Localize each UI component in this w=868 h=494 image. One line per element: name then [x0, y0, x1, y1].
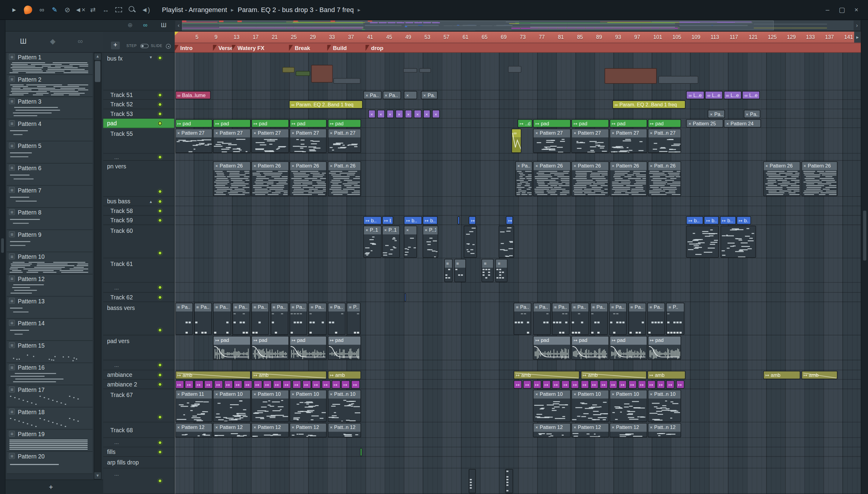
- track-name-track-61[interactable]: Track 61: [103, 259, 174, 283]
- pattern-item-pattern-5[interactable]: ≡Pattern 5: [7, 141, 93, 164]
- clip-b[interactable]: ↦b..: [704, 216, 719, 224]
- clip-pa[interactable]: ≡Pa..: [289, 302, 307, 335]
- clip-pa[interactable]: ×Pa..: [383, 91, 401, 99]
- track-name-track-67[interactable]: Track 67: [103, 389, 174, 422]
- track-name-fills[interactable]: fills: [103, 447, 174, 457]
- clip-pattern-26[interactable]: ×Pattern 26: [801, 161, 837, 196]
- timeline-ruler[interactable]: ▸ 59131721252933374145495357616569737781…: [175, 32, 861, 43]
- clip[interactable]: ↦: [666, 380, 675, 388]
- clip[interactable]: [464, 225, 477, 258]
- clip-pad[interactable]: ↦pad: [609, 336, 647, 359]
- clip-pa[interactable]: ≡Pa..: [175, 302, 193, 335]
- clip[interactable]: ↦: [224, 380, 233, 388]
- lane-ambiance[interactable]: ↦amb↦amb↦amb↦amb↦amb↦amb↦amb↦amb: [175, 370, 861, 380]
- clip-p-1[interactable]: ×P..1: [382, 225, 400, 258]
- marker-intro[interactable]: Intro: [175, 44, 192, 52]
- clip[interactable]: ↦: [234, 380, 242, 388]
- lane-track-51[interactable]: ∞Bala..lume×Pa..×Pa..××Pa..∞L..e∞L..e∞L.…: [175, 90, 861, 100]
- clip-param-eq-2-band-1-freq[interactable]: ∞Param. EQ 2..Band 1 freq: [289, 100, 363, 109]
- clip-pattern-26[interactable]: ×Pattern 26: [289, 161, 327, 196]
- diamond-icon[interactable]: ◆: [50, 37, 55, 45]
- clip[interactable]: ↦: [657, 380, 665, 388]
- clip[interactable]: ↦: [175, 380, 184, 388]
- clip-pattern-27[interactable]: ×Pattern 27: [251, 128, 289, 153]
- clip[interactable]: ↦: [609, 380, 617, 388]
- clip-pattern-26[interactable]: ×Pattern 26: [763, 161, 800, 196]
- pattern-item-pattern-1[interactable]: ≡Pattern 1: [7, 53, 93, 75]
- clip-pa[interactable]: ≡Pa..: [309, 302, 327, 335]
- clip-pa[interactable]: ≡Pa..: [647, 302, 665, 335]
- marker-verse[interactable]: Verse: [213, 44, 233, 52]
- clip-b[interactable]: ↦b..: [686, 216, 703, 224]
- clip[interactable]: [404, 293, 406, 302]
- clip-b[interactable]: ↦b..: [364, 216, 381, 224]
- clip-pad[interactable]: ↦pad: [328, 119, 361, 128]
- clip-pad[interactable]: ↦pad: [213, 336, 251, 359]
- clip-l-e[interactable]: ∞L..e: [686, 91, 704, 99]
- clip[interactable]: [658, 76, 698, 84]
- track-name-track-68[interactable]: Track 68: [103, 422, 174, 438]
- clip-pad[interactable]: ↦pad: [648, 336, 681, 359]
- lane-spacer[interactable]: [175, 360, 861, 370]
- clip-pattern-27[interactable]: ×Pattern 27: [175, 128, 213, 153]
- track-mute-led[interactable]: [158, 382, 162, 386]
- marker-drop[interactable]: drop: [366, 44, 383, 52]
- clip[interactable]: ×: [386, 109, 394, 118]
- track-name-basss-vers[interactable]: basss vers: [103, 302, 174, 335]
- group-collapse-icon[interactable]: ▴: [150, 199, 152, 204]
- clip-pa[interactable]: ×Pa..: [743, 109, 760, 118]
- clip[interactable]: ↦: [292, 380, 301, 388]
- clip-patt-n-26[interactable]: ×Patt..n 26: [328, 161, 361, 196]
- track-mute-led[interactable]: [158, 155, 162, 159]
- clip[interactable]: ↦: [571, 380, 579, 388]
- clip-b[interactable]: ↦b..: [404, 216, 422, 224]
- clip[interactable]: ×: [396, 109, 403, 118]
- draw-tool-icon[interactable]: ✎: [48, 6, 61, 14]
- clip[interactable]: [360, 448, 362, 456]
- lane-spacer[interactable]: [175, 438, 861, 447]
- scroll-down-icon[interactable]: ▼: [94, 472, 101, 479]
- pattern-item-pattern-10[interactable]: ≡Pattern 10: [7, 252, 93, 274]
- clip[interactable]: ↦: [351, 380, 360, 388]
- clip-pa[interactable]: ×Pa..: [708, 109, 724, 118]
- clip[interactable]: ↦: [204, 380, 213, 388]
- lane-track-53[interactable]: ×××××××××Pa..×Pa..: [175, 109, 861, 119]
- track-name-track-59[interactable]: Track 59: [103, 216, 174, 225]
- clip-pad[interactable]: ↦pad: [251, 336, 289, 359]
- clip[interactable]: ↦: [628, 380, 636, 388]
- pattern-grid-icon[interactable]: Ш: [20, 37, 26, 45]
- detect-icon[interactable]: ⊕: [128, 22, 133, 29]
- clip-bala-lume[interactable]: ∞Bala..lume: [175, 91, 211, 99]
- left-edge-handle[interactable]: [1, 238, 4, 253]
- clip-pattern-11[interactable]: ×Pattern 11: [175, 390, 213, 422]
- track-name-track-60[interactable]: Track 60: [103, 225, 174, 258]
- clip-b[interactable]: ↦b..: [736, 216, 751, 224]
- clip[interactable]: ↦: [638, 380, 646, 388]
- track-spacer-row[interactable]: ...: [103, 469, 174, 494]
- pattern-item-pattern-17[interactable]: ≡Pattern 17: [7, 385, 93, 407]
- close-button[interactable]: ×: [850, 6, 862, 14]
- clip-pad[interactable]: ↦pad: [533, 119, 571, 128]
- clip-pa[interactable]: ≡Pa..: [251, 302, 269, 335]
- clip-pattern-27[interactable]: ×Pattern 27: [213, 128, 251, 153]
- clip[interactable]: [404, 68, 417, 73]
- clip[interactable]: ↦: [599, 380, 608, 388]
- clip[interactable]: ≡: [496, 259, 507, 282]
- clip[interactable]: ≡: [444, 259, 453, 282]
- clip-pattern-26[interactable]: ×Pattern 26: [571, 161, 609, 196]
- clip-patt-n-27[interactable]: ×Patt..n 27: [648, 128, 681, 153]
- clip-p-1[interactable]: ×P..1: [364, 225, 381, 258]
- clip-pa[interactable]: ≡Pa..: [628, 302, 646, 335]
- clip[interactable]: [458, 216, 460, 224]
- clip-amb[interactable]: ↦amb: [514, 370, 579, 379]
- track-mute-led[interactable]: [158, 189, 162, 193]
- clip[interactable]: ↦: [542, 380, 551, 388]
- clip-pattern-27[interactable]: ×Pattern 27: [609, 128, 647, 153]
- lane-track-59[interactable]: ↦b..↦b..↦b..↦b..↦↦↦b..↦b..↦b..↦b..: [175, 216, 861, 225]
- clip[interactable]: ↦: [341, 380, 350, 388]
- clip-pattern-26[interactable]: ×Pattern 26: [609, 161, 647, 196]
- clip-pa[interactable]: ≡Pa..: [590, 302, 608, 335]
- clip-pa[interactable]: ≡Pa..: [571, 302, 589, 335]
- play-icon[interactable]: ▸: [8, 5, 20, 14]
- clip[interactable]: [311, 65, 333, 82]
